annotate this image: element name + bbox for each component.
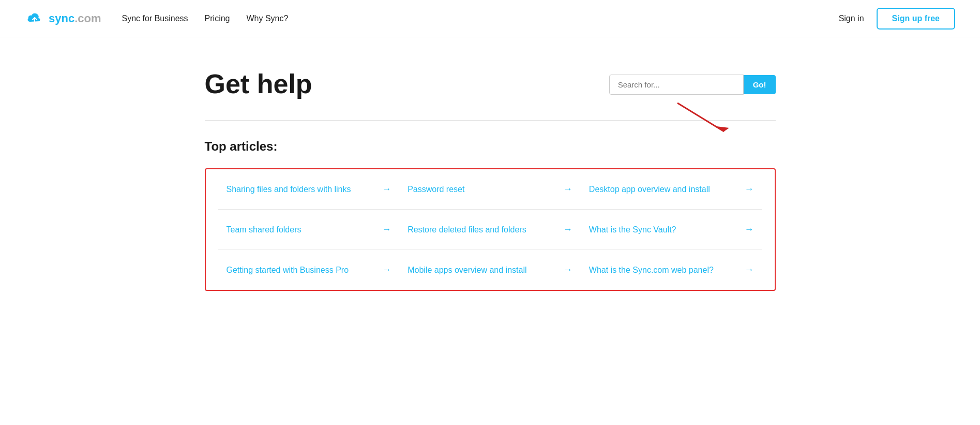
- sign-up-button[interactable]: Sign up free: [877, 8, 955, 30]
- article-link[interactable]: Team shared folders →: [218, 210, 400, 250]
- logo-link[interactable]: sync.com: [25, 8, 101, 29]
- header: sync.com Sync for Business Pricing Why S…: [0, 0, 980, 37]
- header-right: Sign in Sign up free: [839, 8, 955, 30]
- logo-text: sync.com: [49, 12, 101, 25]
- search-button[interactable]: Go!: [744, 75, 776, 94]
- svg-line-2: [677, 103, 724, 131]
- get-help-row: Get help Go!: [205, 68, 776, 99]
- article-arrow-icon: →: [382, 265, 391, 275]
- nav-why-sync[interactable]: Why Sync?: [246, 14, 288, 23]
- articles-grid: Sharing files and folders with links → P…: [218, 169, 762, 290]
- search-area: Go!: [609, 75, 776, 95]
- article-arrow-icon: →: [382, 184, 391, 195]
- nav-pricing[interactable]: Pricing: [205, 14, 230, 23]
- article-link[interactable]: Getting started with Business Pro →: [218, 250, 400, 290]
- sync-logo-icon: [25, 8, 46, 29]
- article-link[interactable]: Sharing files and folders with links →: [218, 169, 400, 210]
- articles-box: Sharing files and folders with links → P…: [205, 168, 776, 291]
- article-arrow-icon: →: [563, 265, 572, 275]
- article-arrow-icon: →: [744, 265, 753, 275]
- article-link[interactable]: What is the Sync Vault? →: [581, 210, 762, 250]
- annotation-container: Top articles: Sharing files and folders …: [205, 139, 776, 291]
- sign-in-link[interactable]: Sign in: [839, 14, 864, 23]
- article-arrow-icon: →: [744, 184, 753, 195]
- article-arrow-icon: →: [563, 224, 572, 235]
- red-arrow-annotation: [672, 98, 745, 139]
- nav-sync-for-business[interactable]: Sync for Business: [122, 14, 188, 23]
- search-input[interactable]: [609, 75, 744, 95]
- article-link[interactable]: Restore deleted files and folders →: [399, 210, 581, 250]
- main-nav: Sync for Business Pricing Why Sync?: [122, 14, 289, 23]
- svg-marker-3: [716, 126, 729, 131]
- article-arrow-icon: →: [563, 184, 572, 195]
- divider: [205, 120, 776, 121]
- main-content: Get help Go! Top articles: Sharing files…: [180, 37, 801, 332]
- article-link[interactable]: Password reset →: [399, 169, 581, 210]
- top-articles-heading: Top articles:: [205, 139, 776, 154]
- article-link[interactable]: Desktop app overview and install →: [581, 169, 762, 210]
- article-link[interactable]: What is the Sync.com web panel? →: [581, 250, 762, 290]
- page-title: Get help: [205, 68, 312, 99]
- article-arrow-icon: →: [744, 224, 753, 235]
- article-arrow-icon: →: [382, 224, 391, 235]
- article-link[interactable]: Mobile apps overview and install →: [399, 250, 581, 290]
